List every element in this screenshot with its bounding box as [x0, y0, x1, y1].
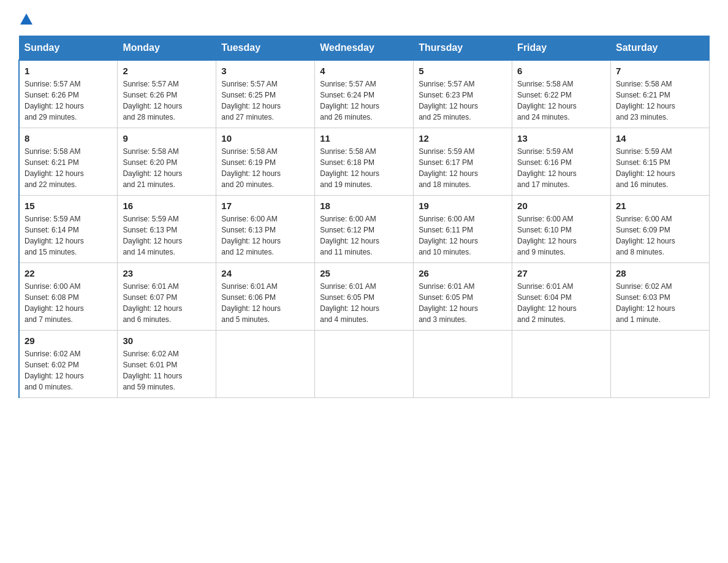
header-wednesday: Wednesday [315, 36, 414, 61]
table-row: 17 Sunrise: 6:00 AMSunset: 6:13 PMDaylig… [216, 196, 315, 263]
logo [18, 12, 33, 23]
calendar-week-row: 29 Sunrise: 6:02 AMSunset: 6:02 PMDaylig… [19, 331, 710, 398]
page-header [18, 12, 710, 23]
day-number: 5 [419, 66, 507, 76]
header-tuesday: Tuesday [216, 36, 315, 61]
logo-triangle-icon [20, 12, 33, 26]
day-number: 11 [320, 133, 408, 144]
table-row: 7 Sunrise: 5:58 AMSunset: 6:21 PMDayligh… [611, 60, 710, 128]
day-info: Sunrise: 5:58 AMSunset: 6:18 PMDaylight:… [320, 147, 379, 189]
day-info: Sunrise: 6:00 AMSunset: 6:09 PMDaylight:… [616, 215, 675, 256]
day-number: 19 [419, 201, 507, 211]
day-number: 2 [123, 66, 211, 76]
day-number: 4 [320, 66, 408, 76]
day-info: Sunrise: 6:00 AMSunset: 6:12 PMDaylight:… [320, 215, 379, 256]
table-row: 9 Sunrise: 5:58 AMSunset: 6:20 PMDayligh… [118, 128, 216, 196]
day-info: Sunrise: 6:00 AMSunset: 6:10 PMDaylight:… [517, 215, 577, 256]
table-row: 12 Sunrise: 5:59 AMSunset: 6:17 PMDaylig… [414, 128, 512, 196]
day-info: Sunrise: 5:58 AMSunset: 6:19 PMDaylight:… [221, 147, 281, 189]
table-row: 24 Sunrise: 6:01 AMSunset: 6:06 PMDaylig… [216, 263, 315, 331]
day-info: Sunrise: 6:01 AMSunset: 6:05 PMDaylight:… [320, 282, 379, 324]
table-row: 5 Sunrise: 5:57 AMSunset: 6:23 PMDayligh… [414, 60, 512, 128]
table-row [611, 331, 710, 398]
table-row: 29 Sunrise: 6:02 AMSunset: 6:02 PMDaylig… [19, 331, 118, 398]
table-row: 13 Sunrise: 5:59 AMSunset: 6:16 PMDaylig… [512, 128, 611, 196]
table-row [414, 331, 512, 398]
day-info: Sunrise: 5:59 AMSunset: 6:14 PMDaylight:… [25, 215, 84, 256]
day-number: 20 [517, 201, 605, 211]
table-row: 26 Sunrise: 6:01 AMSunset: 6:05 PMDaylig… [414, 263, 512, 331]
day-info: Sunrise: 5:58 AMSunset: 6:21 PMDaylight:… [616, 80, 675, 121]
day-info: Sunrise: 6:01 AMSunset: 6:07 PMDaylight:… [123, 282, 182, 324]
day-info: Sunrise: 6:02 AMSunset: 6:02 PMDaylight:… [25, 350, 84, 391]
calendar-table: Sunday Monday Tuesday Wednesday Thursday… [18, 36, 710, 398]
table-row: 20 Sunrise: 6:00 AMSunset: 6:10 PMDaylig… [512, 196, 611, 263]
table-row: 16 Sunrise: 5:59 AMSunset: 6:13 PMDaylig… [118, 196, 216, 263]
day-info: Sunrise: 5:57 AMSunset: 6:26 PMDaylight:… [123, 80, 182, 121]
table-row: 23 Sunrise: 6:01 AMSunset: 6:07 PMDaylig… [118, 263, 216, 331]
header-friday: Friday [512, 36, 611, 61]
table-row [216, 331, 315, 398]
day-info: Sunrise: 5:59 AMSunset: 6:13 PMDaylight:… [123, 215, 182, 256]
day-number: 16 [123, 201, 211, 211]
table-row: 4 Sunrise: 5:57 AMSunset: 6:24 PMDayligh… [315, 60, 414, 128]
table-row: 10 Sunrise: 5:58 AMSunset: 6:19 PMDaylig… [216, 128, 315, 196]
day-info: Sunrise: 5:59 AMSunset: 6:15 PMDaylight:… [616, 147, 675, 189]
table-row: 14 Sunrise: 5:59 AMSunset: 6:15 PMDaylig… [611, 128, 710, 196]
day-number: 24 [221, 268, 309, 278]
day-number: 13 [517, 133, 605, 144]
header-saturday: Saturday [611, 36, 710, 61]
table-row: 6 Sunrise: 5:58 AMSunset: 6:22 PMDayligh… [512, 60, 611, 128]
svg-marker-0 [20, 13, 32, 25]
table-row: 21 Sunrise: 6:00 AMSunset: 6:09 PMDaylig… [611, 196, 710, 263]
day-number: 9 [123, 133, 211, 144]
day-number: 22 [25, 268, 112, 278]
day-number: 27 [517, 268, 605, 278]
day-info: Sunrise: 5:58 AMSunset: 6:20 PMDaylight:… [123, 147, 182, 189]
day-number: 21 [616, 201, 704, 211]
table-row: 25 Sunrise: 6:01 AMSunset: 6:05 PMDaylig… [315, 263, 414, 331]
table-row: 2 Sunrise: 5:57 AMSunset: 6:26 PMDayligh… [118, 60, 216, 128]
day-info: Sunrise: 6:01 AMSunset: 6:06 PMDaylight:… [221, 282, 281, 324]
table-row [315, 331, 414, 398]
day-info: Sunrise: 5:57 AMSunset: 6:23 PMDaylight:… [419, 80, 478, 121]
day-info: Sunrise: 5:57 AMSunset: 6:24 PMDaylight:… [320, 80, 379, 121]
table-row: 27 Sunrise: 6:01 AMSunset: 6:04 PMDaylig… [512, 263, 611, 331]
day-info: Sunrise: 6:00 AMSunset: 6:08 PMDaylight:… [25, 282, 84, 324]
calendar-week-row: 15 Sunrise: 5:59 AMSunset: 6:14 PMDaylig… [19, 196, 710, 263]
table-row: 15 Sunrise: 5:59 AMSunset: 6:14 PMDaylig… [19, 196, 118, 263]
header-monday: Monday [118, 36, 216, 61]
day-number: 3 [221, 66, 309, 76]
header-thursday: Thursday [414, 36, 512, 61]
table-row: 22 Sunrise: 6:00 AMSunset: 6:08 PMDaylig… [19, 263, 118, 331]
day-number: 7 [616, 66, 704, 76]
day-info: Sunrise: 5:59 AMSunset: 6:16 PMDaylight:… [517, 147, 577, 189]
day-number: 25 [320, 268, 408, 278]
day-number: 12 [419, 133, 507, 144]
day-info: Sunrise: 6:00 AMSunset: 6:13 PMDaylight:… [221, 215, 281, 256]
day-number: 15 [25, 201, 112, 211]
day-info: Sunrise: 6:01 AMSunset: 6:05 PMDaylight:… [419, 282, 478, 324]
day-info: Sunrise: 6:00 AMSunset: 6:11 PMDaylight:… [419, 215, 478, 256]
calendar-week-row: 1 Sunrise: 5:57 AMSunset: 6:26 PMDayligh… [19, 60, 710, 128]
calendar-week-row: 8 Sunrise: 5:58 AMSunset: 6:21 PMDayligh… [19, 128, 710, 196]
table-row: 1 Sunrise: 5:57 AMSunset: 6:26 PMDayligh… [19, 60, 118, 128]
table-row: 11 Sunrise: 5:58 AMSunset: 6:18 PMDaylig… [315, 128, 414, 196]
header-sunday: Sunday [19, 36, 118, 61]
day-info: Sunrise: 6:01 AMSunset: 6:04 PMDaylight:… [517, 282, 577, 324]
table-row: 18 Sunrise: 6:00 AMSunset: 6:12 PMDaylig… [315, 196, 414, 263]
day-number: 23 [123, 268, 211, 278]
day-number: 28 [616, 268, 704, 278]
table-row: 3 Sunrise: 5:57 AMSunset: 6:25 PMDayligh… [216, 60, 315, 128]
table-row: 8 Sunrise: 5:58 AMSunset: 6:21 PMDayligh… [19, 128, 118, 196]
day-number: 8 [25, 133, 112, 144]
day-number: 30 [123, 335, 211, 346]
day-info: Sunrise: 6:02 AMSunset: 6:03 PMDaylight:… [616, 282, 675, 324]
day-number: 18 [320, 201, 408, 211]
table-row: 19 Sunrise: 6:00 AMSunset: 6:11 PMDaylig… [414, 196, 512, 263]
day-info: Sunrise: 5:58 AMSunset: 6:22 PMDaylight:… [517, 80, 577, 121]
day-info: Sunrise: 5:57 AMSunset: 6:26 PMDaylight:… [25, 80, 84, 121]
day-number: 29 [25, 335, 112, 346]
table-row: 30 Sunrise: 6:02 AMSunset: 6:01 PMDaylig… [118, 331, 216, 398]
day-headers-row: Sunday Monday Tuesday Wednesday Thursday… [19, 36, 710, 61]
